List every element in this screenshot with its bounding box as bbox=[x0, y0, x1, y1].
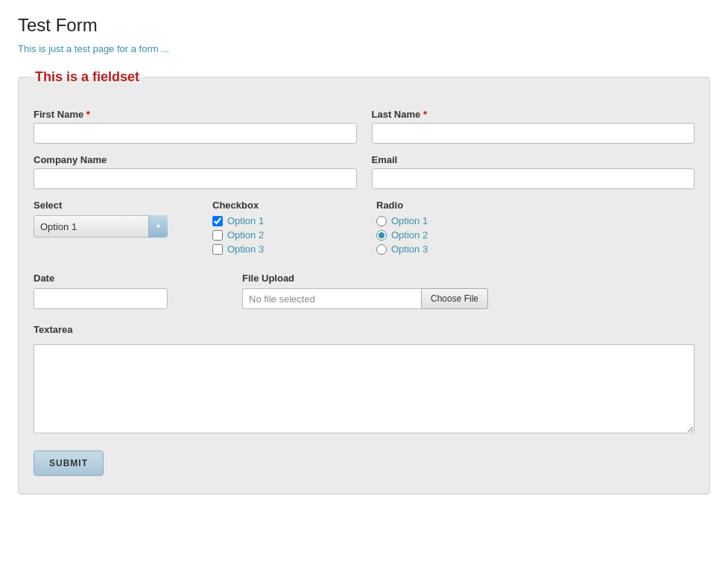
select-checkbox-radio-row: Select Option 1 Option 2 Option 3 Checkb… bbox=[34, 200, 694, 258]
radio-item-3: Option 3 bbox=[376, 244, 694, 255]
checkbox-section: Checkbox Option 1 Option 2 Option 3 bbox=[212, 200, 361, 258]
radio-label-3[interactable]: Option 3 bbox=[391, 244, 428, 255]
first-name-input[interactable] bbox=[34, 123, 357, 144]
select-section: Select Option 1 Option 2 Option 3 bbox=[34, 200, 197, 238]
checkbox-item-2: Option 2 bbox=[212, 229, 361, 241]
last-name-group: Last Name * bbox=[372, 109, 695, 144]
page-subtitle: This is just a test page for a form ... bbox=[18, 43, 710, 54]
radio-label-1[interactable]: Option 1 bbox=[391, 215, 428, 226]
radio-section: Radio Option 1 Option 2 Option 3 bbox=[376, 200, 694, 258]
radio-label: Radio bbox=[376, 200, 694, 211]
checkbox-input-1[interactable] bbox=[212, 216, 223, 226]
select-input[interactable]: Option 1 Option 2 Option 3 bbox=[34, 215, 168, 238]
textarea-section: Textarea bbox=[34, 324, 694, 436]
required-marker: * bbox=[423, 109, 427, 120]
submit-button[interactable]: SUBMIT bbox=[34, 451, 104, 476]
name-row: First Name * Last Name * bbox=[34, 109, 694, 144]
select-label: Select bbox=[34, 200, 197, 211]
company-name-label: Company Name bbox=[34, 154, 357, 165]
file-upload-section: File Upload No file selected Choose File bbox=[242, 273, 694, 309]
choose-file-button[interactable]: Choose File bbox=[421, 288, 488, 309]
checkbox-label-3[interactable]: Option 3 bbox=[227, 244, 264, 255]
last-name-label: Last Name * bbox=[372, 109, 695, 120]
radio-item-1: Option 1 bbox=[376, 215, 694, 226]
select-wrapper: Option 1 Option 2 Option 3 bbox=[34, 215, 168, 238]
submit-row: SUBMIT bbox=[34, 451, 694, 476]
first-name-label: First Name * bbox=[34, 109, 357, 120]
radio-input-1[interactable] bbox=[376, 216, 387, 226]
last-name-input[interactable] bbox=[372, 123, 695, 144]
company-name-input[interactable] bbox=[34, 168, 357, 189]
file-display: No file selected bbox=[242, 288, 421, 309]
radio-label-2[interactable]: Option 2 bbox=[391, 229, 428, 241]
checkbox-label-1[interactable]: Option 1 bbox=[227, 215, 264, 226]
date-section: Date bbox=[34, 273, 227, 309]
file-upload-label: File Upload bbox=[242, 273, 694, 284]
page-title: Test Form bbox=[18, 15, 710, 36]
radio-input-2[interactable] bbox=[376, 230, 387, 241]
first-name-group: First Name * bbox=[34, 109, 357, 144]
file-upload-wrapper: No file selected Choose File bbox=[242, 288, 694, 309]
checkbox-item-1: Option 1 bbox=[212, 215, 361, 226]
checkbox-input-3[interactable] bbox=[212, 244, 223, 255]
date-input[interactable] bbox=[34, 288, 168, 309]
fieldset-legend: This is a fieldset bbox=[31, 69, 144, 85]
required-marker: * bbox=[86, 109, 90, 120]
company-name-group: Company Name bbox=[34, 154, 357, 189]
textarea-label: Textarea bbox=[34, 324, 694, 335]
main-fieldset: This is a fieldset First Name * Last Nam… bbox=[18, 69, 710, 495]
email-input[interactable] bbox=[372, 168, 695, 189]
company-email-row: Company Name Email bbox=[34, 154, 694, 189]
radio-input-3[interactable] bbox=[376, 244, 387, 255]
date-file-row: Date File Upload No file selected Choose… bbox=[34, 273, 694, 309]
checkbox-item-3: Option 3 bbox=[212, 244, 361, 255]
checkbox-label: Checkbox bbox=[212, 200, 361, 211]
checkbox-input-2[interactable] bbox=[212, 230, 223, 241]
email-group: Email bbox=[372, 154, 695, 189]
email-label: Email bbox=[372, 154, 695, 165]
checkbox-label-2[interactable]: Option 2 bbox=[227, 229, 264, 241]
textarea-input[interactable] bbox=[34, 344, 694, 433]
radio-item-2: Option 2 bbox=[376, 229, 694, 241]
date-label: Date bbox=[34, 273, 227, 284]
